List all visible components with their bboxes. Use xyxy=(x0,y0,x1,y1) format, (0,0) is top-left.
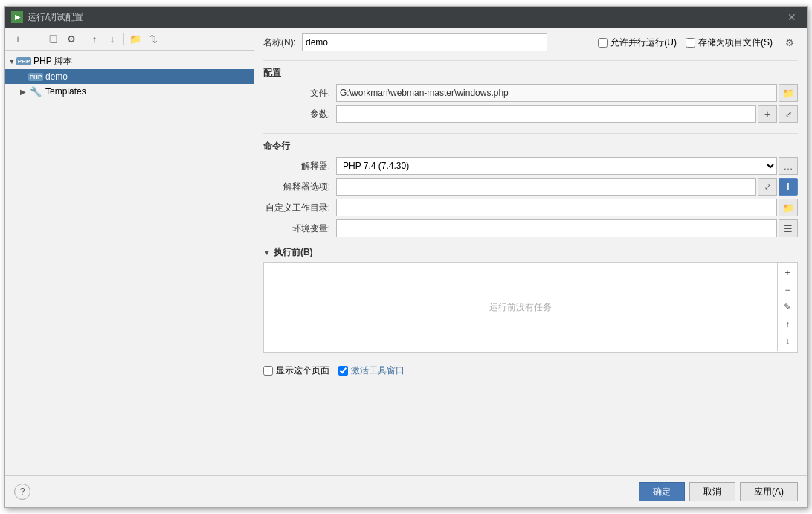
working-dir-browse-button[interactable]: 📁 xyxy=(779,199,798,216)
divider-2 xyxy=(263,133,798,134)
title-bar: ▶ 运行/调试配置 ✕ xyxy=(5,7,807,28)
working-dir-row: 自定义工作目录: 📁 xyxy=(263,199,798,216)
params-input[interactable] xyxy=(336,105,756,123)
before-box: 运行前没有任务 + − ✎ ↑ ↓ xyxy=(263,262,798,353)
interpreter-options-row: 解释器选项: ⤢ i xyxy=(263,178,798,196)
cancel-button[interactable]: 取消 xyxy=(689,482,735,501)
run-debug-dialog: ▶ 运行/调试配置 ✕ + − ❏ ⚙ ↑ ↓ 📁 ⇅ xyxy=(4,6,808,508)
tree-label-php-root: PHP 脚本 xyxy=(33,55,72,68)
before-arrow-icon: ▼ xyxy=(263,248,271,257)
divider-1 xyxy=(263,60,798,61)
allow-parallel-group: 允许并行运行(U) xyxy=(598,36,677,49)
bottom-checks: 显示这个页面 激活工具窗口 xyxy=(263,364,798,377)
php-file-icon-demo: PHP xyxy=(29,71,42,83)
env-vars-input[interactable] xyxy=(336,219,777,237)
params-expand-button[interactable]: ⤢ xyxy=(779,105,798,123)
dialog-title: 运行/调试配置 xyxy=(28,11,783,24)
working-dir-label: 自定义工作目录: xyxy=(263,202,330,214)
help-button[interactable]: ? xyxy=(14,484,30,500)
interpreter-options-expand-button[interactable]: ⤢ xyxy=(758,178,777,196)
copy-config-button[interactable]: ❏ xyxy=(45,30,62,47)
config-section-title: 配置 xyxy=(263,67,798,80)
add-config-button[interactable]: + xyxy=(10,30,26,47)
interpreter-select[interactable]: PHP 7.4 (7.4.30) xyxy=(336,157,777,175)
before-down-button[interactable]: ↓ xyxy=(779,333,796,350)
toolbar-separator-2 xyxy=(123,33,124,45)
config-tree: ▼ PHP PHP 脚本 PHP demo ▶ 🔧 xyxy=(5,51,254,475)
before-remove-button[interactable]: − xyxy=(779,282,796,298)
interpreter-label: 解释器: xyxy=(263,160,330,173)
settings-config-button[interactable]: ⚙ xyxy=(63,30,80,47)
interpreter-row: 解释器: PHP 7.4 (7.4.30) … xyxy=(263,157,798,175)
right-panel: 名称(N): 允许并行运行(U) 存储为项目文件(S) ⚙ 配 xyxy=(254,28,807,475)
sort-button[interactable]: ⇅ xyxy=(145,30,161,47)
before-up-button[interactable]: ↑ xyxy=(779,316,796,333)
folder-button[interactable]: 📁 xyxy=(127,30,144,47)
config-block: 配置 文件: 📁 参数: + ⤢ xyxy=(263,67,798,126)
env-vars-label: 环境变量: xyxy=(263,222,330,235)
config-toolbar: + − ❏ ⚙ ↑ ↓ 📁 ⇅ xyxy=(5,28,254,51)
interpreter-more-button[interactable]: … xyxy=(779,157,798,175)
tree-arrow-templates: ▶ xyxy=(20,88,29,96)
tree-label-demo: demo xyxy=(45,71,68,82)
main-area: + − ❏ ⚙ ↑ ↓ 📁 ⇅ ▼ PHP PHP 脚本 xyxy=(5,28,807,475)
move-up-button[interactable]: ↑ xyxy=(86,30,103,47)
activate-tool-group: 激活工具窗口 xyxy=(338,364,405,377)
file-label: 文件: xyxy=(263,87,330,100)
dialog-footer: ? 确定 取消 应用(A) xyxy=(5,475,807,507)
allow-parallel-label: 允许并行运行(U) xyxy=(610,36,677,49)
show-page-checkbox[interactable] xyxy=(263,366,273,376)
interpreter-options-label: 解释器选项: xyxy=(263,181,330,193)
env-vars-edit-button[interactable]: ☰ xyxy=(779,219,798,237)
left-panel: + − ❏ ⚙ ↑ ↓ 📁 ⇅ ▼ PHP PHP 脚本 xyxy=(5,28,254,475)
interpreter-select-wrap: PHP 7.4 (7.4.30) xyxy=(336,157,777,175)
name-label: 名称(N): xyxy=(263,36,296,49)
tree-item-templates[interactable]: ▶ 🔧 Templates xyxy=(5,84,254,99)
save-to-project-group: 存储为项目文件(S) xyxy=(686,36,773,49)
toolbar-separator xyxy=(83,33,83,45)
interpreter-options-input[interactable] xyxy=(336,178,756,196)
cmdline-section: 命令行 解释器: PHP 7.4 (7.4.30) … 解释器选项: ⤢ xyxy=(263,140,798,240)
tree-item-demo[interactable]: PHP demo xyxy=(5,69,254,84)
activate-tool-label: 激活工具窗口 xyxy=(351,364,405,377)
show-page-group: 显示这个页面 xyxy=(263,364,329,377)
dialog-icon: ▶ xyxy=(11,11,23,23)
tree-label-templates: Templates xyxy=(45,86,86,97)
env-vars-row: 环境变量: ☰ xyxy=(263,219,798,237)
save-to-project-checkbox[interactable] xyxy=(686,38,695,48)
params-row: 参数: + ⤢ xyxy=(263,105,798,123)
show-page-label: 显示这个页面 xyxy=(276,364,329,377)
footer-left: ? xyxy=(14,484,639,500)
gear-settings-button[interactable]: ⚙ xyxy=(782,34,798,51)
file-input[interactable] xyxy=(336,84,777,102)
top-options: 允许并行运行(U) 存储为项目文件(S) ⚙ xyxy=(598,34,798,51)
activate-tool-checkbox[interactable] xyxy=(338,366,348,376)
params-label: 参数: xyxy=(263,108,330,121)
info-button[interactable]: i xyxy=(779,178,798,196)
move-down-button[interactable]: ↓ xyxy=(104,30,120,47)
file-browse-button[interactable]: 📁 xyxy=(779,84,798,102)
working-dir-input[interactable] xyxy=(336,199,777,216)
before-add-button[interactable]: + xyxy=(779,265,796,281)
before-tools: + − ✎ ↑ ↓ xyxy=(777,263,797,351)
allow-parallel-checkbox[interactable] xyxy=(598,38,608,48)
apply-button[interactable]: 应用(A) xyxy=(740,482,798,501)
remove-config-button[interactable]: − xyxy=(28,30,44,47)
name-row: 名称(N): 允许并行运行(U) 存储为项目文件(S) ⚙ xyxy=(263,33,798,51)
before-empty-message: 运行前没有任务 xyxy=(264,263,777,352)
close-button[interactable]: ✕ xyxy=(783,10,801,25)
before-header[interactable]: ▼ 执行前(B) xyxy=(263,246,798,259)
tree-item-php-root[interactable]: ▼ PHP PHP 脚本 xyxy=(5,54,254,69)
before-exec-label: 执行前(B) xyxy=(274,246,313,259)
cmdline-title: 命令行 xyxy=(263,140,798,152)
wrench-icon: 🔧 xyxy=(29,86,42,97)
footer-buttons: 确定 取消 应用(A) xyxy=(639,482,798,501)
before-edit-button[interactable]: ✎ xyxy=(779,299,796,315)
params-add-button[interactable]: + xyxy=(758,105,777,123)
before-section: ▼ 执行前(B) 运行前没有任务 + − ✎ ↑ ↓ xyxy=(263,246,798,353)
php-folder-icon: PHP xyxy=(17,56,30,68)
name-input[interactable] xyxy=(302,33,547,51)
save-to-project-label: 存储为项目文件(S) xyxy=(698,36,773,49)
ok-button[interactable]: 确定 xyxy=(639,482,685,501)
file-row: 文件: 📁 xyxy=(263,84,798,102)
